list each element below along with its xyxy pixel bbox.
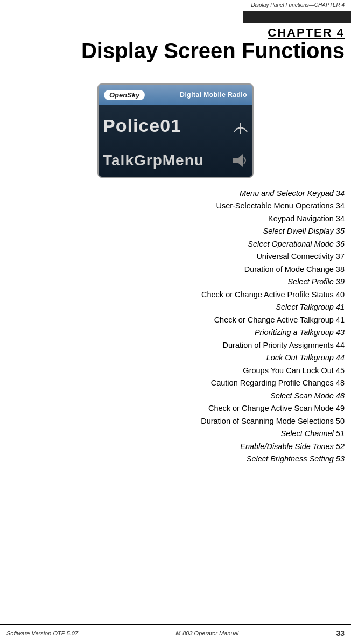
device-screen: Police01 TalkGrpMenu (99, 105, 252, 178)
device-top-bar: OpenSky Digital Mobile Radio (99, 85, 252, 105)
toc-entry-21: Select Brightness Setting 53 (0, 453, 345, 465)
toc-entry-11: Prioritizing a Talkgroup 43 (0, 326, 345, 339)
screen-row-1: Police01 (103, 115, 248, 136)
chapter-number: 4 (337, 26, 345, 39)
toc-entry-18: Duration of Scanning Mode Selections 50 (0, 415, 345, 428)
chapter-label: CHAPTER 4 (268, 26, 345, 40)
footer: Software Version OTP 5.07 M-803 Operator… (0, 629, 351, 638)
toc-entry-6: Duration of Mode Change 38 (0, 263, 345, 276)
toc-entry-16: Select Scan Mode 48 (0, 390, 345, 402)
toc-entry-14: Groups You Can Lock Out 45 (0, 365, 345, 377)
chapter-word: CHAPTER (268, 26, 336, 39)
page-title: Display Screen Functions (0, 39, 345, 62)
toc-entry-20: Enable/Disable Side Tones 52 (0, 440, 345, 453)
toc-section: Menu and Selector Keypad 34 User-Selecta… (0, 187, 345, 466)
toc-entry-15: Caution Regarding Profile Changes 48 (0, 377, 345, 389)
speaker-icon (233, 154, 248, 167)
toc-entry-9: Select Talkgroup 41 (0, 301, 345, 313)
footer-divider (0, 624, 351, 625)
toc-entry-13: Lock Out Talkgroup 44 (0, 352, 345, 364)
footer-software-version: Software Version OTP 5.07 (6, 630, 78, 636)
toc-entry-5: Universal Connectivity 37 (0, 250, 345, 263)
footer-manual-name: M-803 Operator Manual (176, 630, 238, 636)
toc-entry-12: Duration of Priority Assignments 44 (0, 339, 345, 352)
footer-page-number: 33 (336, 629, 345, 638)
toc-entry-0: Menu and Selector Keypad 34 (0, 187, 345, 200)
device-image: OpenSky Digital Mobile Radio Police01 Ta… (97, 83, 254, 178)
toc-entry-4: Select Operational Mode 36 (0, 238, 345, 250)
toc-entry-10: Check or Change Active Talkgroup 41 (0, 314, 345, 326)
digital-mobile-radio-label: Digital Mobile Radio (180, 91, 247, 99)
toc-entry-3: Select Dwell Display 35 (0, 225, 345, 237)
screen-row-2: TalkGrpMenu (103, 152, 248, 169)
screen-line-1: Police01 (103, 115, 181, 136)
toc-entry-19: Select Channel 51 (0, 428, 345, 440)
page-header: Display Panel Functions—CHAPTER 4 (0, 0, 351, 10)
svg-marker-1 (233, 154, 243, 167)
toc-entry-1: User-Selectable Menu Operations 34 (0, 200, 345, 212)
toc-entry-2: Keypad Navigation 34 (0, 213, 345, 225)
chapter-bar (243, 11, 351, 23)
toc-entry-7: Select Profile 39 (0, 276, 345, 288)
header-text: Display Panel Functions—CHAPTER 4 (251, 2, 345, 8)
toc-entry-17: Check or Change Active Scan Mode 49 (0, 402, 345, 415)
opensky-logo: OpenSky (104, 90, 145, 100)
toc-entry-8: Check or Change Active Profile Status 40 (0, 289, 345, 301)
screen-line-2: TalkGrpMenu (103, 152, 204, 169)
antenna-icon (233, 117, 248, 134)
